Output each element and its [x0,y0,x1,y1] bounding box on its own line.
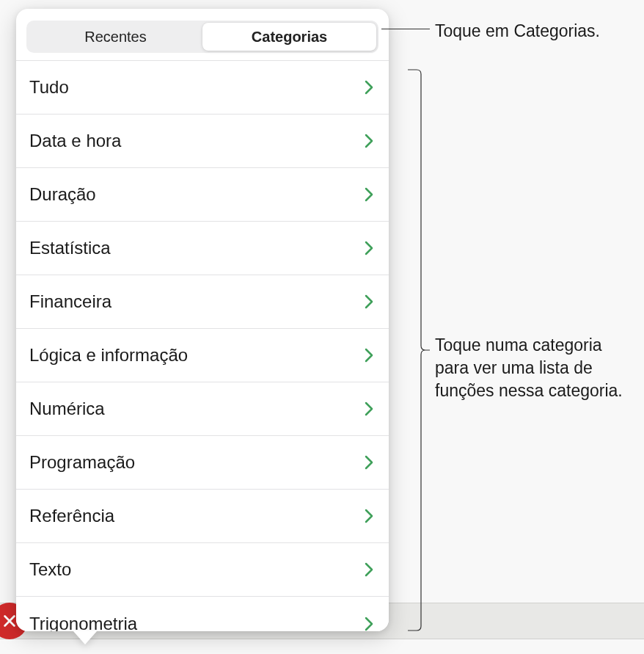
list-item-label: Texto [29,559,71,580]
list-item-label: Programação [29,452,135,473]
chevron-right-icon [364,402,374,416]
chevron-right-icon [364,617,374,631]
chevron-right-icon [364,562,374,577]
list-item-label: Numérica [29,399,105,419]
chevron-right-icon [364,294,374,309]
chevron-right-icon [364,187,374,202]
list-item-label: Trigonometria [29,614,137,632]
list-item[interactable]: Programação [16,436,389,490]
list-item[interactable]: Financeira [16,275,389,329]
list-item[interactable]: Duração [16,168,389,222]
callout-bracket [408,69,430,631]
chevron-right-icon [364,509,374,523]
chevron-right-icon [364,80,374,95]
list-item[interactable]: Data e hora [16,115,389,168]
close-icon [1,613,18,629]
popover-tail [73,631,97,644]
callout-tap-categories: Toque em Categorias. [435,20,640,43]
callout-leader-line [381,29,430,29]
chevron-right-icon [364,455,374,470]
tab-recent[interactable]: Recentes [29,23,202,51]
list-item-label: Referência [29,506,114,526]
callout-tap-category: Toque numa categoria para ver uma lista … [435,334,640,402]
segmented-control: Recentes Categorias [26,21,378,53]
list-item-label: Lógica e informação [29,345,188,366]
list-item[interactable]: Referência [16,490,389,543]
chevron-right-icon [364,241,374,255]
list-item-label: Tudo [29,77,69,98]
list-item[interactable]: Estatística [16,222,389,275]
list-item[interactable]: Numérica [16,382,389,436]
list-item[interactable]: Lógica e informação [16,329,389,382]
list-item-label: Duração [29,184,96,205]
list-item[interactable]: Tudo [16,61,389,115]
function-browser-popover: Recentes Categorias Tudo Data e hora Dur… [16,9,389,631]
tab-recent-label: Recentes [84,29,147,46]
tab-categories-label: Categorias [252,29,327,46]
list-item-label: Data e hora [29,131,121,151]
category-list: Tudo Data e hora Duração Estatística Fin… [16,60,389,631]
chevron-right-icon [364,134,374,148]
list-item-label: Estatística [29,238,111,258]
list-item[interactable]: Texto [16,543,389,597]
chevron-right-icon [364,348,374,363]
list-item-label: Financeira [29,291,111,312]
tab-categories[interactable]: Categorias [202,23,376,51]
list-item[interactable]: Trigonometria [16,597,389,631]
